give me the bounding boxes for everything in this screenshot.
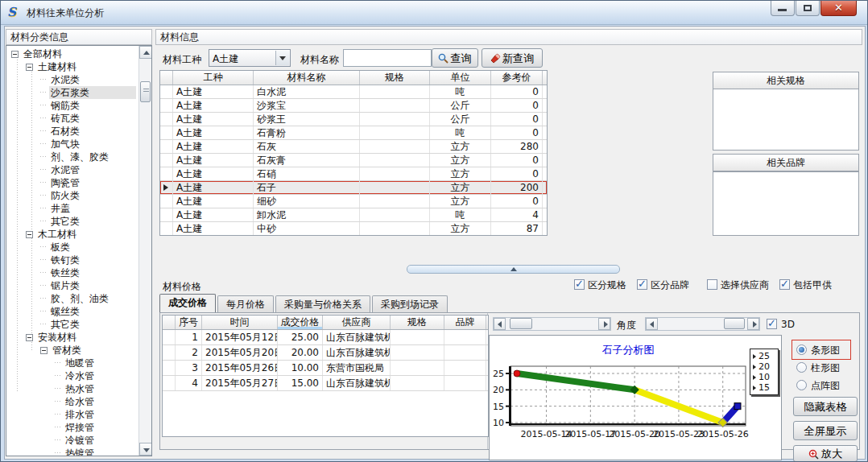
search-button[interactable]: 查询 (432, 48, 478, 68)
tree-item[interactable]: 螺丝类 (6, 305, 138, 318)
scroll-thumb[interactable] (140, 81, 151, 102)
tree-item[interactable]: 加气块 (6, 138, 138, 151)
threed-checkbox[interactable] (767, 319, 777, 329)
grid-column-header[interactable]: 工种 (173, 71, 254, 85)
tree-expander-icon[interactable] (11, 51, 19, 58)
tree-expander-icon[interactable] (26, 334, 33, 341)
tree-item[interactable]: 钢筋类 (6, 99, 138, 112)
tree-item[interactable]: 铁丝类 (6, 266, 138, 279)
new-search-button[interactable]: 新查询 (482, 48, 543, 68)
specs-list[interactable] (713, 89, 859, 151)
table-row[interactable]: A土建石子立方200 (160, 181, 547, 195)
grid-column-header[interactable]: 供应商 (323, 316, 391, 329)
tree-item[interactable]: 其它类 (6, 215, 138, 228)
table-row[interactable]: 32015年05月26日10.00东营市国税局 (163, 361, 488, 376)
tree-item[interactable]: 焊接管 (6, 421, 138, 434)
radio-柱形图[interactable] (796, 362, 807, 373)
tree-scrollbar[interactable] (138, 46, 151, 456)
tree-expander-icon[interactable] (40, 347, 48, 354)
scroll-thumb[interactable] (724, 318, 745, 329)
tree-item[interactable]: 冷水管 (6, 369, 138, 382)
grid-column-header[interactable]: 规格 (360, 71, 430, 85)
radio-点阵图[interactable] (796, 380, 807, 390)
tree-item[interactable]: 水泥管 (6, 163, 138, 176)
tree-item[interactable]: 剂、漆、胶类 (6, 151, 138, 163)
zoom-in-button[interactable]: 放大 (793, 445, 858, 462)
maximize-button[interactable] (796, 1, 820, 16)
tree-expander-icon[interactable] (26, 64, 33, 71)
checkbox-区分规格[interactable] (574, 279, 585, 290)
table-row[interactable]: 12015年05月12日25.00山东百脉建筑机械 (163, 330, 488, 345)
scroll-right-button[interactable] (747, 318, 759, 330)
minimize-button[interactable] (771, 1, 795, 16)
scroll-left-button[interactable] (646, 318, 658, 330)
tree-item[interactable]: 木工材料 (6, 228, 138, 241)
scroll-down-button[interactable] (139, 443, 152, 456)
tree-item[interactable]: 石材类 (6, 125, 138, 138)
tab-每月价格[interactable]: 每月价格 (217, 295, 274, 312)
tree-item[interactable]: 全部材料 (6, 47, 138, 60)
angle-scrollbar[interactable] (645, 317, 760, 331)
chart-type-option[interactable]: 柱形图 (796, 359, 840, 377)
tab-采购到场记录[interactable]: 采购到场记录 (372, 295, 448, 312)
tree-item[interactable]: 给水管 (6, 395, 138, 408)
chevron-down-icon[interactable] (275, 51, 289, 65)
trade-combobox[interactable]: A土建 (209, 49, 291, 67)
grid-column-header[interactable]: 序号 (176, 316, 202, 329)
table-row[interactable]: A土建石膏粉吨0 (160, 126, 547, 140)
chart-type-option[interactable]: 点阵图 (796, 377, 840, 394)
scroll-up-button[interactable] (139, 46, 152, 59)
grid-column-header[interactable]: 品牌 (444, 316, 486, 329)
table-row[interactable]: A土建石硝立方0 (160, 167, 547, 181)
table-row[interactable]: 42015年05月27日15.00山东百脉建筑机械 (163, 376, 488, 391)
grid-column-header[interactable]: 参考价 (491, 71, 543, 85)
scroll-left-button[interactable] (494, 318, 506, 330)
grid-column-header[interactable]: 材料名称 (254, 71, 360, 85)
table-row[interactable]: A土建细砂立方0 (160, 195, 547, 208)
tree-item[interactable]: 水泥类 (6, 73, 138, 86)
grid-column-header[interactable]: 单位 (430, 71, 491, 85)
radio-条形图[interactable] (796, 344, 807, 355)
checkbox-区分品牌[interactable] (637, 279, 647, 290)
table-row[interactable]: A土建石灰膏立方0 (160, 154, 547, 167)
tree-item[interactable]: 安装材料 (6, 331, 138, 344)
table-row[interactable]: A土建沙浆宝公斤0 (160, 99, 547, 113)
tab-采购量与价格关系[interactable]: 采购量与价格关系 (275, 295, 370, 312)
tree-item[interactable]: 管材类 (6, 344, 138, 357)
tree-item[interactable]: 井盖 (6, 202, 138, 215)
brands-list[interactable] (713, 171, 859, 236)
checkbox-选择供应商[interactable] (707, 279, 717, 290)
tree-item[interactable]: 排水管 (6, 408, 138, 421)
tree-item[interactable]: 砖瓦类 (6, 112, 138, 125)
chart-hscrollbar[interactable] (493, 317, 611, 331)
tree-item[interactable]: 沙石浆类 (6, 86, 138, 99)
table-row[interactable]: A土建砂浆王公斤0 (160, 113, 547, 126)
tree-item[interactable]: 冷镀管 (6, 434, 138, 447)
tree-expander-icon[interactable] (26, 231, 33, 238)
tree-item[interactable]: 土建材料 (6, 60, 138, 73)
tree-item[interactable]: 防火类 (6, 189, 138, 202)
tree-item[interactable]: 板类 (6, 241, 138, 254)
grid-column-header[interactable]: 规格 (391, 316, 444, 329)
fullscreen-button[interactable]: 全屏显示 (793, 421, 858, 440)
table-row[interactable]: 22015年05月20日20.00山东百脉建筑机械 (163, 345, 488, 361)
tree-item[interactable]: 胶、剂、油类 (6, 292, 138, 305)
chart-type-option[interactable]: 条形图 (796, 341, 840, 359)
tree-item[interactable]: 热镀管 (6, 447, 138, 456)
tree-item[interactable]: 铁钉类 (6, 254, 138, 266)
tree-item[interactable]: 陶瓷管 (6, 176, 138, 189)
tree-item[interactable]: 锯片类 (6, 279, 138, 292)
grid-column-header[interactable]: 时间 (202, 316, 278, 329)
scroll-right-button[interactable] (598, 318, 610, 330)
tree-item[interactable]: 地暖管 (6, 357, 138, 369)
tree-item[interactable]: 其它类 (6, 318, 138, 331)
table-row[interactable]: A土建中砂立方87 (160, 222, 547, 236)
grid-column-header[interactable]: 成交价格 (278, 316, 323, 329)
checkbox-包括甲供[interactable] (779, 279, 790, 290)
scroll-thumb[interactable] (510, 318, 532, 329)
hide-table-button[interactable]: 隐藏表格 (793, 397, 858, 416)
close-button[interactable]: ✕ (820, 1, 857, 16)
tree-item[interactable]: 热水管 (6, 382, 138, 395)
table-row[interactable]: A土建卸水泥吨4 (160, 208, 547, 222)
table-row[interactable]: A土建石灰立方280 (160, 140, 547, 154)
